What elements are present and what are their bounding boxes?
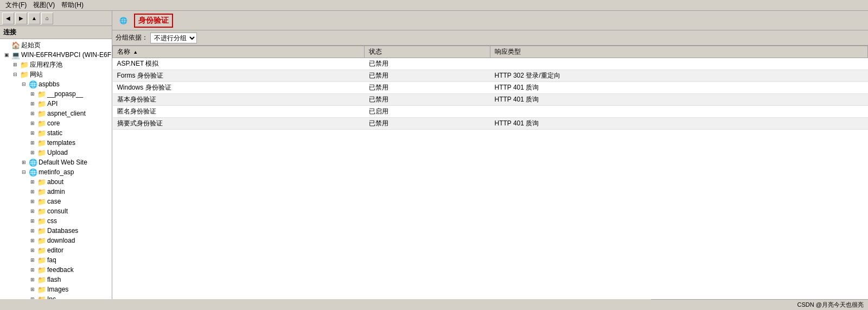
table-row[interactable]: Windows 身份验证已禁用HTTP 401 质询 (113, 82, 868, 94)
tree-label-start: 起始页 (21, 41, 41, 50)
tree-expander-feedback[interactable]: ⊞ (28, 265, 37, 274)
tree-item-aspnet_client[interactable]: ⊞📁aspnet_client (0, 109, 112, 118)
tree-item-static[interactable]: ⊞📁static (0, 128, 112, 138)
folder-icon-faq: 📁 (37, 256, 46, 264)
tree-item-popasp[interactable]: ⊞📁__popasp__ (0, 89, 112, 99)
folder-icon-consult: 📁 (37, 207, 46, 216)
up-button[interactable]: ▲ (28, 12, 40, 24)
tree-expander-about[interactable]: ⊞ (28, 178, 37, 186)
tree-item-css[interactable]: ⊞📁css (0, 216, 112, 226)
col-status[interactable]: 状态 (365, 46, 490, 58)
back-button[interactable]: ◀ (2, 12, 14, 24)
menu-help[interactable]: 帮助(H) (58, 1, 87, 10)
computer-icon-server: 💻 (11, 50, 20, 59)
tree-expander-aspbbs[interactable]: ⊟ (20, 80, 28, 88)
menu-file[interactable]: 文件(F) (2, 1, 30, 10)
tree-label-templates: templates (47, 139, 75, 147)
tree-expander-default_web[interactable]: ⊞ (20, 158, 28, 167)
tree-item-sites[interactable]: ⊟📁网站 (0, 69, 112, 79)
tree-item-databases[interactable]: ⊞📁Databases (0, 226, 112, 236)
globe-icon-aspbbs: 🌐 (29, 80, 37, 88)
cell-name-2: Windows 身份验证 (113, 82, 365, 94)
tree-expander-css[interactable]: ⊞ (28, 217, 37, 225)
tree-label-static: static (47, 129, 62, 137)
forward-button[interactable]: ▶ (15, 12, 27, 24)
folder-icon-inc: 📁 (37, 295, 46, 299)
tree-label-core: core (47, 119, 60, 127)
menu-bar: 文件(F) 视图(V) 帮助(H) (0, 0, 868, 11)
tree-item-metinfo_asp[interactable]: ⊟🌐metinfo_asp (0, 167, 112, 177)
tree-item-feedback[interactable]: ⊞📁feedback (0, 265, 112, 275)
tree-item-consult[interactable]: ⊞📁consult (0, 206, 112, 216)
tree-expander-upload[interactable]: ⊞ (28, 148, 37, 157)
folder-icon-css: 📁 (37, 217, 46, 225)
tree-expander-faq[interactable]: ⊞ (28, 256, 37, 264)
home-button[interactable]: ⌂ (41, 12, 53, 24)
tree-container[interactable]: 🏠起始页▣💻WIN-E6FR4HVBPCI (WIN-E6FR4⊞📁应用程序池⊟… (0, 39, 112, 299)
tree-expander-app_pools[interactable]: ⊞ (11, 60, 20, 69)
tree-expander-api[interactable]: ⊞ (28, 99, 37, 108)
folder-icon-admin: 📁 (37, 187, 46, 196)
cell-response-0 (490, 58, 868, 70)
tree-label-app_pools: 应用程序池 (30, 60, 62, 69)
tree-expander-case[interactable]: ⊞ (28, 197, 37, 206)
tree-expander-popasp[interactable]: ⊞ (28, 90, 37, 98)
tree-item-admin[interactable]: ⊞📁admin (0, 187, 112, 197)
folder-icon-sites: 📁 (20, 70, 29, 79)
tree-item-about[interactable]: ⊞📁about (0, 177, 112, 187)
tree-label-admin: admin (47, 188, 65, 195)
tree-item-api[interactable]: ⊞📁API (0, 99, 112, 109)
tree-expander-admin[interactable]: ⊞ (28, 187, 37, 196)
table-row[interactable]: Forms 身份验证已禁用HTTP 302 登录/重定向 (113, 70, 868, 82)
tree-item-inc[interactable]: ⊞📁Inc (0, 294, 112, 299)
table-row[interactable]: 匿名身份验证已启用 (113, 106, 868, 118)
tree-expander-images[interactable]: ⊞ (28, 285, 37, 294)
tree-item-faq[interactable]: ⊞📁faq (0, 255, 112, 265)
tree-expander-server[interactable]: ▣ (2, 50, 11, 59)
tree-expander-metinfo_asp[interactable]: ⊟ (20, 168, 28, 176)
cell-status-5: 已禁用 (365, 118, 490, 130)
tree-item-flash[interactable]: ⊞📁flash (0, 275, 112, 284)
right-toolbar: 分组依据： 不进行分组状态响应类型 (112, 30, 868, 46)
cell-status-1: 已禁用 (365, 70, 490, 82)
tree-item-case[interactable]: ⊞📁case (0, 197, 112, 206)
tree-expander-static[interactable]: ⊞ (28, 129, 37, 137)
tree-item-core[interactable]: ⊞📁core (0, 118, 112, 128)
tree-expander-flash[interactable]: ⊞ (28, 275, 37, 284)
main-layout: ◀ ▶ ▲ ⌂ 连接 🏠起始页▣💻WIN-E6FR4HVBPCI (WIN-E6… (0, 11, 868, 299)
tree-item-upload[interactable]: ⊞📁Upload (0, 148, 112, 157)
col-response-type[interactable]: 响应类型 (490, 46, 868, 58)
tree-label-api: API (47, 100, 58, 107)
col-name[interactable]: 名称 ▲ (113, 46, 365, 58)
tree-item-app_pools[interactable]: ⊞📁应用程序池 (0, 60, 112, 69)
tree-item-default_web[interactable]: ⊞🌐Default Web Site (0, 157, 112, 167)
cell-status-2: 已禁用 (365, 82, 490, 94)
table-row[interactable]: 摘要式身份验证已禁用HTTP 401 质询 (113, 118, 868, 130)
tree-item-images[interactable]: ⊞📁Images (0, 284, 112, 294)
tree-expander-sites[interactable]: ⊟ (11, 70, 20, 79)
tree-expander-aspnet_client[interactable]: ⊞ (28, 109, 37, 118)
tree-item-editor[interactable]: ⊞📁editor (0, 245, 112, 255)
tree-item-download[interactable]: ⊞📁download (0, 236, 112, 245)
tree-expander-core[interactable]: ⊞ (28, 119, 37, 128)
tree-expander-download[interactable]: ⊞ (28, 236, 37, 245)
tree-item-server[interactable]: ▣💻WIN-E6FR4HVBPCI (WIN-E6FR4 (0, 50, 112, 60)
cell-status-4: 已启用 (365, 106, 490, 118)
tree-item-start[interactable]: 🏠起始页 (0, 40, 112, 50)
tree-expander-templates[interactable]: ⊞ (28, 138, 37, 147)
table-header-row: 名称 ▲ 状态 响应类型 (113, 46, 868, 58)
tree-expander-databases[interactable]: ⊞ (28, 226, 37, 235)
tree-expander-consult[interactable]: ⊞ (28, 207, 37, 216)
tree-label-download: download (47, 237, 75, 244)
menu-view[interactable]: 视图(V) (30, 1, 58, 10)
table-row[interactable]: ASP.NET 模拟已禁用 (113, 58, 868, 70)
tree-expander-editor[interactable]: ⊞ (28, 246, 37, 255)
tree-item-templates[interactable]: ⊞📁templates (0, 138, 112, 148)
table-row[interactable]: 基本身份验证已禁用HTTP 401 质询 (113, 94, 868, 106)
tree-expander-inc[interactable]: ⊞ (28, 295, 37, 299)
tree-item-aspbbs[interactable]: ⊟🌐aspbbs (0, 79, 112, 89)
group-select[interactable]: 不进行分组状态响应类型 (150, 33, 197, 43)
cell-response-3: HTTP 401 质询 (490, 94, 868, 106)
page-title: 身份验证 (134, 14, 173, 28)
folder-icon-static: 📁 (37, 129, 46, 137)
